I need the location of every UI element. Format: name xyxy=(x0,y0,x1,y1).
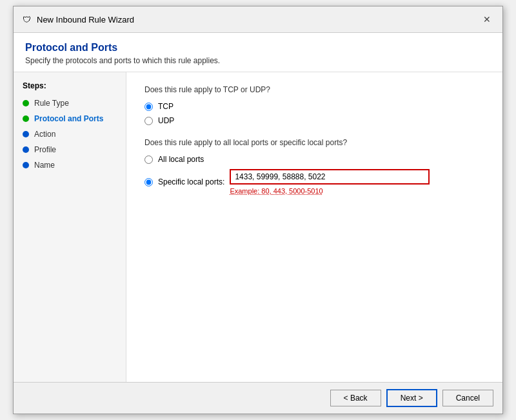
next-button[interactable]: Next > xyxy=(386,389,437,407)
page-title: Protocol and Ports xyxy=(25,42,491,54)
sidebar-item-protocol-ports[interactable]: Protocol and Ports xyxy=(14,111,126,126)
header-section: Protocol and Ports Specify the protocols… xyxy=(14,33,502,72)
specific-ports-option: Specific local ports: Example: 80, 443, … xyxy=(144,169,484,195)
sidebar-item-label: Profile xyxy=(34,145,56,154)
step-dot-rule-type xyxy=(23,100,29,106)
tcp-udp-group: TCP UDP xyxy=(144,102,484,125)
specific-ports-label[interactable]: Specific local ports: xyxy=(158,177,224,186)
footer: < Back Next > Cancel xyxy=(14,382,502,414)
main-content: Does this rule apply to TCP or UDP? TCP … xyxy=(126,72,502,382)
wizard-icon: 🛡 xyxy=(21,14,32,25)
all-ports-label[interactable]: All local ports xyxy=(158,155,204,164)
page-subtitle: Specify the protocols and ports to which… xyxy=(25,56,491,65)
sidebar: Steps: Rule Type Protocol and Ports Acti… xyxy=(14,72,126,382)
dialog-window: 🛡 New Inbound Rule Wizard ✕ Protocol and… xyxy=(13,6,503,414)
ports-section: Does this rule apply to all local ports … xyxy=(144,138,484,195)
sidebar-item-label: Protocol and Ports xyxy=(34,114,103,123)
udp-radio[interactable] xyxy=(144,117,153,125)
content-area: Steps: Rule Type Protocol and Ports Acti… xyxy=(14,72,502,382)
udp-option: UDP xyxy=(144,116,484,125)
sidebar-item-name[interactable]: Name xyxy=(14,157,126,173)
step-dot-protocol-ports xyxy=(23,115,29,122)
back-button[interactable]: < Back xyxy=(330,390,381,406)
cancel-button[interactable]: Cancel xyxy=(442,390,493,406)
specific-ports-radio[interactable] xyxy=(144,178,153,186)
ports-input-wrapper: Example: 80, 443, 5000-5010 xyxy=(230,169,430,195)
all-ports-option: All local ports xyxy=(144,155,484,164)
title-bar: 🛡 New Inbound Rule Wizard ✕ xyxy=(14,6,502,33)
dialog-title: New Inbound Rule Wizard xyxy=(37,15,134,25)
tcp-radio[interactable] xyxy=(144,103,153,111)
tcp-udp-question: Does this rule apply to TCP or UDP? xyxy=(144,85,484,94)
sidebar-item-action[interactable]: Action xyxy=(14,126,126,142)
tcp-label[interactable]: TCP xyxy=(158,102,174,111)
all-ports-radio[interactable] xyxy=(144,155,153,164)
udp-label[interactable]: UDP xyxy=(158,116,174,125)
ports-input[interactable] xyxy=(230,169,430,185)
ports-question: Does this rule apply to all local ports … xyxy=(144,138,484,147)
sidebar-item-label: Action xyxy=(34,130,55,139)
ports-radio-group: All local ports Specific local ports: Ex… xyxy=(144,155,484,195)
close-button[interactable]: ✕ xyxy=(479,12,495,27)
step-dot-name xyxy=(23,162,29,168)
sidebar-item-label: Rule Type xyxy=(34,99,69,108)
example-text: Example: 80, 443, 5000-5010 xyxy=(230,187,430,195)
step-dot-action xyxy=(23,131,29,137)
steps-label: Steps: xyxy=(14,81,126,95)
title-bar-left: 🛡 New Inbound Rule Wizard xyxy=(21,14,134,25)
step-dot-profile xyxy=(23,146,29,153)
sidebar-item-profile[interactable]: Profile xyxy=(14,142,126,157)
sidebar-item-rule-type[interactable]: Rule Type xyxy=(14,95,126,111)
tcp-option: TCP xyxy=(144,102,484,111)
sidebar-item-label: Name xyxy=(34,161,55,170)
